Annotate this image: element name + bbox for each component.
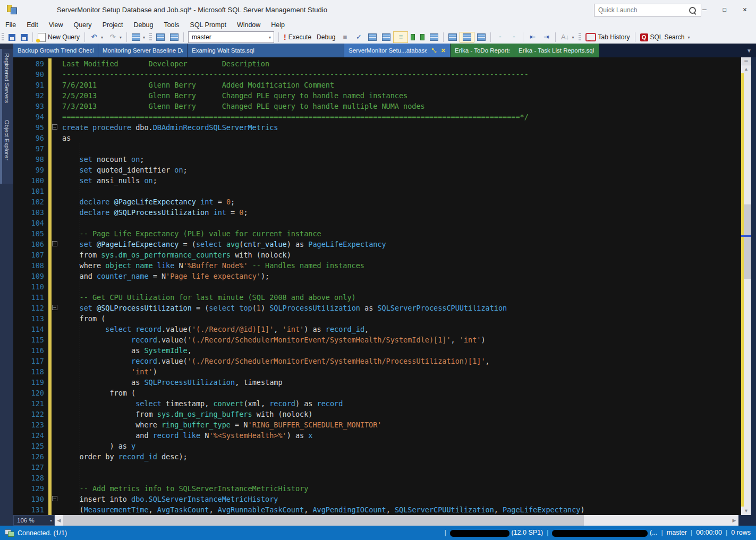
menu-item-view[interactable]: View [44,20,69,30]
database-dropdown[interactable]: master ▾ [188,31,274,43]
horizontal-scroll-thumb[interactable] [63,515,584,526]
sql-search-button[interactable]: Q SQL Search [638,32,687,42]
decrease-indent-button[interactable]: ⇤ [525,32,539,42]
code-line[interactable]: 98 set nocount on; [13,154,741,165]
code-line[interactable]: 922/5/2013 Glenn Berry Changed PLE query… [13,90,741,101]
code-line[interactable]: 107 from sys.dm_os_performance_counters … [13,250,741,260]
code-line[interactable]: 105 -- Page Life Expectancy (PLE) value … [13,228,741,239]
code-line[interactable]: 89Last Modified Developer Description [13,58,741,69]
tab-active-document[interactable]: ServerMonitor Setu...atabase and Job.sql… [344,44,451,57]
code-line[interactable]: 111 -- Get CPU Utilization for last minu… [13,292,741,303]
comment-button[interactable]: ⹀ [493,32,507,42]
code-line[interactable]: 128 [13,473,741,483]
code-line[interactable]: 95–create procedure dbo.DBAdminRecordSQL… [13,122,741,133]
code-line[interactable]: 114 select record.value('(./Record/@id)[… [13,324,741,335]
maximize-button[interactable]: ☐ [717,3,733,15]
code-line[interactable]: 120 from ( [13,388,741,398]
code-line[interactable]: 101 [13,186,741,196]
quick-launch-input[interactable]: Quick Launch [594,4,701,16]
close-button[interactable]: ✕ [737,3,753,15]
code-line[interactable]: 127 [13,462,741,473]
code-line[interactable]: 131 (MeasurementTime, AvgTaskCount, AvgR… [13,504,741,515]
horizontal-scrollbar[interactable]: ◀ ▶ [55,515,738,526]
code-line[interactable]: 126 order by record_id desc); [13,451,741,462]
menu-item-project[interactable]: Project [97,20,129,30]
code-line[interactable]: 100 set ansi_nulls on; [13,175,741,186]
tab-overflow-icon[interactable]: ▼ [746,48,752,54]
code-line[interactable]: 108 where object_name like N'%Buffer Nod… [13,260,741,271]
fold-collapse-icon[interactable]: – [52,241,57,246]
template-parameters-button[interactable] [427,32,441,42]
toolbar-grip[interactable] [149,33,152,41]
code-line[interactable]: 90--------------------------------------… [13,69,741,80]
tab-document[interactable]: Examing Wait Stats.sql [188,44,344,57]
new-query-button[interactable]: New Query [35,32,82,43]
code-line[interactable]: 123 where ring_buffer_type = N'RING_BUFF… [13,419,741,430]
results-to-text-button[interactable] [446,32,460,42]
pin-icon[interactable]: ⊷ [429,46,439,55]
toolbar-overflow-icon[interactable]: ▾ [687,35,690,40]
code-editor[interactable]: 89Last Modified Developer Description90-… [13,57,756,515]
code-line[interactable]: 130– insert into dbo.SQLServerInstanceMe… [13,494,741,504]
fold-collapse-icon[interactable]: – [52,496,57,501]
execute-button[interactable]: ! Execute [281,32,314,42]
increase-indent-button[interactable]: ⇥ [539,32,553,42]
results-to-grid-button[interactable] [460,32,474,42]
sidebar-tab-registered-servers[interactable]: Registered Servers [0,49,13,120]
scroll-up-icon[interactable]: ▲ [741,65,751,73]
code-line[interactable]: 103 declare @SQLProcessUtilization int =… [13,207,741,218]
menu-item-edit[interactable]: Edit [21,20,44,30]
tab-history-button[interactable]: Tab History [583,32,633,42]
tab-document[interactable]: Monitoring Server Baseline Data.sql [98,44,188,57]
save-button[interactable] [6,33,18,42]
splitter-handle[interactable]: ═ [741,57,751,65]
tab-document[interactable]: Erika - ToDo Reports.sql [451,44,514,57]
close-tab-icon[interactable]: ✕ [441,47,446,54]
estimated-plan-button[interactable] [366,32,379,42]
code-line[interactable]: 112– set @SQLProcessUtilization = (selec… [13,303,741,313]
menu-item-window[interactable]: Window [232,20,266,30]
code-line[interactable]: 124 and record like N'%<SystemHealth>%')… [13,430,741,441]
code-line[interactable]: 97 [13,143,741,154]
debug-button[interactable]: Debug [314,32,338,42]
toolbar-grip[interactable] [579,33,581,41]
toolbar-grip[interactable] [2,33,4,41]
results-to-file-button[interactable] [474,32,488,42]
code-line[interactable]: 109 and counter_name = N'Page life expec… [13,271,741,281]
uncomment-button[interactable]: ⹀ [507,32,521,42]
parse-button[interactable]: ✓ [352,32,366,42]
code-line[interactable]: 102 declare @PageLifeExpectancy int = 0; [13,196,741,207]
fold-collapse-icon[interactable]: – [52,124,57,130]
minimize-button[interactable]: – [696,3,712,15]
query-options-button[interactable] [379,32,393,42]
menu-item-tools[interactable]: Tools [158,20,184,30]
stop-button[interactable]: ■ [338,32,352,42]
code-line[interactable]: 122 from sys.dm_os_ring_buffers with (no… [13,409,741,419]
code-line[interactable]: 115 record.value('(./Record/SchedulerMon… [13,335,741,345]
redo-button[interactable]: ↷▾ [106,32,124,42]
code-line[interactable]: 917/6/2011 Glenn Berry Added Modificatio… [13,80,741,90]
undo-button[interactable]: ↶▾ [87,32,106,42]
code-line[interactable]: 94======================================… [13,112,741,122]
menu-item-file[interactable]: File [0,20,21,30]
activity-monitor-button[interactable] [154,32,167,42]
code-line[interactable]: 937/3/2013 Glenn Berry Changed PLE query… [13,101,741,112]
save-all-button[interactable] [18,33,30,42]
sort-button[interactable]: A↓▾ [558,32,576,42]
vertical-scrollbar[interactable]: ═ ▲ ▼ [741,57,751,515]
menu-item-sql-prompt[interactable]: SQL Prompt [185,20,232,30]
disconnect-button[interactable] [167,32,181,42]
menu-item-debug[interactable]: Debug [129,20,159,30]
fold-collapse-icon[interactable]: – [52,305,57,310]
scroll-left-icon[interactable]: ◀ [55,515,63,526]
code-line[interactable]: 125 ) as y [13,441,741,451]
code-line[interactable]: 96as [13,133,741,143]
sidebar-tab-object-explorer[interactable]: Object Explorer [0,116,13,184]
code-line[interactable]: 116 as SystemIdle, [13,345,741,356]
code-line[interactable]: 117 record.value('(./Record/SchedulerMon… [13,356,741,366]
code-line[interactable]: 119 as SQLProcessUtilization, timestamp [13,377,741,388]
code-line[interactable]: 113 from ( [13,313,741,324]
code-line[interactable]: 104 [13,218,741,228]
intellisense-button[interactable]: ≡ [393,31,408,43]
vertical-scroll-thumb[interactable] [744,204,751,279]
